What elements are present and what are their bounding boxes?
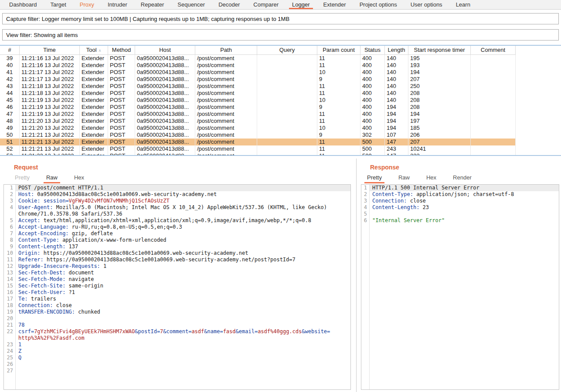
capture-filter-text: Capture filter: Logger memory limit set … (6, 16, 289, 22)
cell-path: /post/comment (195, 76, 257, 83)
table-row[interactable]: 4411:21:18 13 Jul 2022ExtenderPOST0a9500… (0, 90, 516, 97)
tab-intruder[interactable]: Intruder (105, 0, 130, 9)
cell-time: 11:21:19 13 Jul 2022 (20, 97, 80, 104)
cell-path: /post/comment (195, 62, 257, 69)
tab-comparer[interactable]: Comparer (250, 0, 282, 9)
table-row[interactable]: 4511:21:19 13 Jul 2022ExtenderPOST0a9500… (0, 97, 516, 104)
line-number: 1 (4, 185, 15, 191)
request-tab-hex[interactable]: Hex (71, 174, 87, 183)
table-row[interactable]: 3911:21:16 13 Jul 2022ExtenderPOST0a9500… (0, 55, 516, 62)
cell-param-count: 9 (317, 76, 360, 83)
line-text: Accept: text/html,application/xhtml+xml,… (15, 217, 350, 224)
column-header-start-response-timer[interactable]: Start response timer (408, 46, 471, 55)
tab-dashboard[interactable]: Dashboard (6, 0, 40, 9)
column-header-host[interactable]: Host (135, 46, 195, 55)
tab-decoder[interactable]: Decoder (215, 0, 243, 9)
table-row[interactable]: 5011:21:21 13 Jul 2022ExtenderPOST0a9500… (0, 132, 516, 139)
table-row[interactable]: 4011:21:16 13 Jul 2022ExtenderPOST0a9500… (0, 62, 516, 69)
cell--: 41 (0, 69, 20, 76)
column-header-method[interactable]: Method (108, 46, 135, 55)
column-header-time[interactable]: Time (20, 46, 80, 55)
tab-user-options[interactable]: User options (408, 0, 445, 9)
tab-sequencer[interactable]: Sequencer (174, 0, 208, 9)
line-number: 22 (4, 328, 15, 335)
cell-path: /post/comment (195, 132, 257, 139)
editor-line: 1POST /post/comment HTTP/1.1 (4, 185, 350, 191)
table-row[interactable]: 4111:21:17 13 Jul 2022ExtenderPOST0a9500… (0, 69, 516, 76)
response-editor[interactable]: 1HTTP/1.1 500 Internal Server Error2Cont… (361, 184, 559, 390)
request-editor[interactable]: 1POST /post/comment HTTP/1.12Host: 0a950… (3, 184, 351, 390)
table-row[interactable]: 4911:21:20 13 Jul 2022ExtenderPOST0a9500… (0, 125, 516, 132)
cell-path: /post/comment (195, 97, 257, 104)
column-header-status[interactable]: Status (360, 46, 385, 55)
view-filter-bar[interactable]: View filter: Showing all items (2, 29, 559, 41)
cell-status: 302 (360, 132, 385, 139)
response-tab-raw[interactable]: Raw (396, 174, 412, 183)
tab-logger[interactable]: Logger (289, 0, 313, 9)
response-tab-render[interactable]: Render (450, 174, 474, 183)
tab-project-options[interactable]: Project options (357, 0, 400, 9)
column-header-tool[interactable]: Tool∧ (80, 46, 108, 55)
table-row[interactable]: 5211:21:21 13 Jul 2022ExtenderPOST0a9500… (0, 145, 516, 152)
cell-comment (471, 90, 516, 97)
table-row[interactable]: 4711:21:19 13 Jul 2022ExtenderPOST0a9500… (0, 111, 516, 118)
line-number: 27 (4, 368, 15, 374)
cell-start-response-timer: 195 (408, 55, 471, 62)
cell-start-response-timer: 208 (408, 97, 471, 104)
cell-time: 11:21:18 13 Jul 2022 (20, 83, 80, 90)
table-row[interactable]: 4311:21:18 13 Jul 2022ExtenderPOST0a9500… (0, 83, 516, 90)
cell-host: 0a9500020413d88... (135, 69, 195, 76)
cell-start-response-timer: 193 (408, 62, 471, 69)
cell-tool: Extender (80, 90, 108, 97)
line-number: 11 (4, 257, 15, 263)
cell-status: 500 (360, 152, 385, 156)
column-header-param-count[interactable]: Param count (317, 46, 360, 55)
cell-status: 400 (360, 62, 385, 69)
response-tab-hex[interactable]: Hex (424, 174, 439, 183)
request-tab-raw[interactable]: Raw (44, 174, 60, 183)
response-panel-title: Response (370, 164, 561, 171)
table-row[interactable]: 4211:21:17 13 Jul 2022ExtenderPOST0a9500… (0, 76, 516, 83)
cell-status: 400 (360, 83, 385, 90)
line-number: 25 (4, 355, 15, 361)
line-text: Z (15, 348, 350, 355)
line-text (15, 368, 350, 374)
cell-host: 0a9500020413d88... (135, 55, 195, 62)
line-text: Upgrade-Insecure-Requests: 1 (15, 263, 350, 270)
column-header--[interactable]: # (0, 46, 20, 55)
tab-extender[interactable]: Extender (320, 0, 349, 9)
column-header-query[interactable]: Query (257, 46, 317, 55)
response-panel: Response PrettyRawHexRender 1HTTP/1.1 50… (356, 159, 561, 392)
cell-length: 194 (385, 118, 408, 125)
cell--: 49 (0, 125, 20, 132)
top-tab-bar: DashboardTargetProxyIntruderRepeaterSequ… (0, 0, 561, 10)
table-row[interactable]: 4611:21:19 13 Jul 2022ExtenderPOST0a9500… (0, 104, 516, 111)
table-row[interactable]: 4811:21:20 13 Jul 2022ExtenderPOST0a9500… (0, 118, 516, 125)
cell-length: 194 (385, 125, 408, 132)
cell-host: 0a9500020413d88... (135, 83, 195, 90)
tab-learn[interactable]: Learn (453, 0, 473, 9)
cell-start-response-timer: 223 (408, 152, 471, 156)
cell-method: POST (108, 118, 135, 125)
cell-length: 243 (385, 145, 408, 152)
cell--: 44 (0, 90, 20, 97)
tab-target[interactable]: Target (48, 0, 69, 9)
cell-method: POST (108, 76, 135, 83)
line-number: 13 (4, 270, 15, 276)
table-row[interactable]: 5111:21:21 13 Jul 2022ExtenderPOST0a9500… (0, 139, 516, 145)
table-row[interactable]: 5311:21:22 13 Jul 2022ExtenderPOST0a9500… (0, 152, 516, 156)
response-tab-pretty[interactable]: Pretty (364, 174, 384, 183)
log-table-header: #TimeTool∧MethodHostPathQueryParam count… (0, 46, 516, 55)
column-header-path[interactable]: Path (195, 46, 257, 55)
cell-param-count: 11 (317, 62, 360, 69)
tab-proxy[interactable]: Proxy (77, 0, 97, 9)
editor-line: 6Accept-Language: ru-RU,ru;q=0.8,en-US;q… (4, 224, 350, 230)
tab-repeater[interactable]: Repeater (138, 0, 167, 9)
editor-line: 15Sec-Fetch-Site: same-origin (4, 283, 350, 289)
column-header-comment[interactable]: Comment (471, 46, 516, 55)
cell-comment (471, 76, 516, 83)
cell-host: 0a9500020413d88... (135, 111, 195, 118)
column-header-length[interactable]: Length (385, 46, 408, 55)
cell-query (257, 55, 317, 62)
capture-filter-bar[interactable]: Capture filter: Logger memory limit set … (2, 13, 559, 24)
